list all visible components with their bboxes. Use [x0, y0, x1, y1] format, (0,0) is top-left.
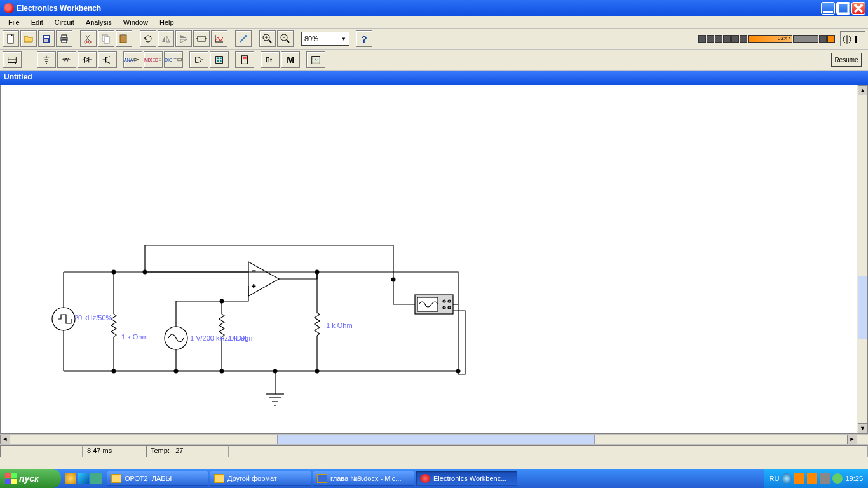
taskbar-item-4[interactable]: Electronics Workbenc... [416, 471, 517, 486]
media-next-icon[interactable] [731, 35, 739, 43]
temp-label: Temp: [151, 447, 170, 454]
misc-button[interactable]: M [281, 51, 300, 68]
tray-icon-5[interactable] [832, 473, 843, 484]
zoom-select[interactable]: 80%▼ [301, 32, 349, 46]
copy-button[interactable] [98, 30, 114, 47]
ql-icon-1[interactable] [65, 473, 76, 484]
temp-value: 27 [175, 447, 183, 454]
subcircuit-button[interactable] [193, 30, 210, 47]
tray-icon-2[interactable] [794, 473, 804, 484]
taskbar-item-3[interactable]: глава №9.docx - Mic... [313, 471, 414, 486]
rotate-button[interactable] [140, 30, 156, 47]
svg-rect-1 [838, 3, 848, 13]
digital-button[interactable] [210, 51, 229, 68]
svg-rect-12 [104, 37, 109, 43]
circuit-canvas[interactable]: − + [0, 85, 868, 434]
scroll-right-icon[interactable]: ► [847, 435, 857, 444]
horizontal-scrollbar[interactable]: ◄ ► [0, 434, 868, 445]
hscroll-thumb[interactable] [277, 435, 595, 444]
svg-rect-47 [220, 57, 222, 59]
svg-point-65 [448, 306, 451, 309]
transistors-bin-button[interactable] [98, 51, 117, 68]
scroll-left-icon[interactable]: ◄ [0, 435, 10, 444]
media-pause-icon[interactable] [707, 35, 714, 43]
mixed-ics-button[interactable]: MIXED [144, 51, 163, 68]
taskbar-clock[interactable]: 19:25 [845, 475, 863, 482]
tray-icon-3[interactable] [807, 473, 817, 484]
menu-file[interactable]: File [3, 17, 25, 27]
instruments-button[interactable] [306, 51, 325, 68]
media-volume-slider[interactable] [793, 35, 818, 43]
status-cell-blank [0, 445, 83, 458]
vertical-scrollbar[interactable]: ▲ ▼ [857, 85, 867, 433]
open-file-button[interactable] [20, 30, 37, 47]
svg-point-79 [315, 369, 320, 374]
simulation-switch[interactable] [840, 31, 865, 46]
ql-desktop-icon[interactable] [90, 473, 102, 484]
taskbar-item-2-label: Другой формат [227, 475, 277, 482]
basic-bin-button[interactable] [57, 51, 76, 68]
digital-ics-button[interactable]: DIGIT [164, 51, 183, 68]
taskbar-item-2[interactable]: Другой формат [210, 471, 311, 486]
help-button[interactable]: ? [356, 30, 372, 47]
media-eject-icon[interactable] [740, 35, 747, 43]
print-button[interactable] [56, 30, 72, 47]
paste-button[interactable] [116, 30, 132, 47]
start-button[interactable]: пуск [0, 469, 61, 488]
logic-gates-button[interactable] [189, 51, 208, 68]
indicators-button[interactable] [235, 51, 254, 68]
diodes-bin-button[interactable] [78, 51, 97, 68]
r2-label: 1 k Ohm [228, 334, 255, 342]
menu-circuit[interactable]: Circuit [49, 17, 80, 27]
media-player-widget[interactable]: -03:47 [698, 35, 835, 43]
scroll-down-icon[interactable]: ▼ [858, 423, 867, 433]
ql-ie-icon[interactable] [78, 473, 89, 484]
svg-text:−: − [252, 267, 255, 274]
menu-help[interactable]: Help [154, 17, 180, 27]
svg-line-40 [105, 57, 109, 58]
menu-analysis[interactable]: Analysis [80, 17, 118, 27]
scroll-thumb[interactable] [858, 276, 867, 339]
graph-button[interactable] [211, 30, 227, 47]
probe-button[interactable] [235, 30, 252, 47]
menu-edit[interactable]: Edit [25, 17, 49, 27]
taskbar-item-3-label: глава №9.docx - Mic... [330, 475, 401, 482]
media-prev-icon[interactable] [723, 35, 731, 43]
svg-rect-42 [159, 59, 161, 60]
tray-icon-1[interactable] [782, 473, 792, 484]
svg-rect-4 [44, 36, 49, 38]
controls-button[interactable]: f [261, 51, 280, 68]
language-indicator[interactable]: RU [770, 475, 780, 482]
media-mute-icon[interactable] [819, 35, 827, 43]
menu-window[interactable]: Window [118, 17, 154, 27]
save-file-button[interactable] [38, 30, 55, 47]
r1-label: 1 k Ohm [121, 333, 148, 341]
zoom-in-button[interactable] [259, 30, 276, 47]
window-minimize-button[interactable] [821, 2, 835, 15]
flip-h-button[interactable] [158, 30, 174, 47]
cut-button[interactable] [80, 30, 97, 47]
taskbar-item-1[interactable]: ОРЭТ2_ЛАБЫ [107, 471, 208, 486]
tray-icon-4[interactable] [820, 473, 830, 484]
media-close-button[interactable] [827, 35, 835, 43]
svg-rect-14 [122, 34, 125, 36]
favorites-bin-button[interactable] [3, 51, 22, 68]
media-stop-icon[interactable] [715, 35, 722, 43]
new-file-button[interactable] [3, 30, 19, 47]
window-close-button[interactable] [851, 2, 865, 15]
analog-ics-button[interactable]: ANA [123, 51, 142, 68]
zoom-out-button[interactable] [277, 30, 294, 47]
source1-label: 20 kHz/50% [74, 314, 112, 322]
flip-v-button[interactable] [175, 30, 192, 47]
r3-label: 1 k Ohm [326, 322, 353, 329]
media-progress[interactable]: -03:47 [748, 35, 792, 43]
system-tray: RU 19:25 [764, 469, 868, 488]
window-maximize-button[interactable] [836, 2, 850, 15]
app-icon [4, 3, 14, 13]
svg-rect-7 [62, 35, 67, 37]
resume-button[interactable]: Resume [831, 53, 862, 67]
sources-bin-button[interactable] [37, 51, 56, 68]
scroll-up-icon[interactable]: ▲ [858, 85, 867, 95]
media-play-icon[interactable] [698, 35, 706, 43]
svg-rect-8 [62, 40, 67, 43]
